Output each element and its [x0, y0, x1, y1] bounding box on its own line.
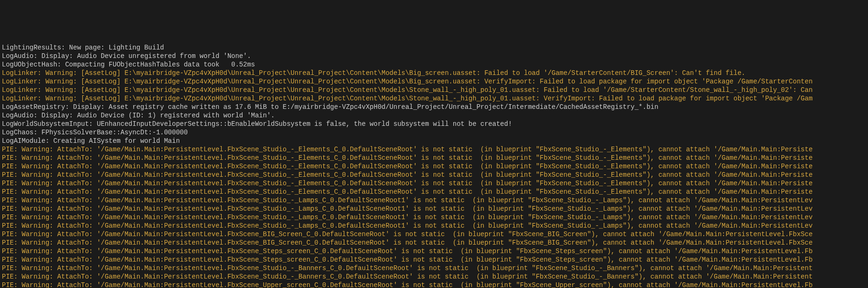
log-line: PIE: Warning: AttachTo: '/Game/Main.Main… — [2, 196, 866, 205]
log-line: LogAudio: Display: Audio Device unregist… — [2, 52, 866, 60]
log-line: PIE: Warning: AttachTo: '/Game/Main.Main… — [2, 281, 866, 288]
log-line: LogLinker: Warning: [AssetLog] E:\myairb… — [2, 77, 866, 86]
log-line: PIE: Warning: AttachTo: '/Game/Main.Main… — [2, 255, 866, 264]
log-line: LogAudio: Display: Audio Device (ID: 1) … — [2, 111, 866, 120]
log-line: LogChaos: FPhysicsSolverBase::AsyncDt:-1… — [2, 128, 866, 137]
log-line: LogWorldSubsystemInput: UEnhancedInputDe… — [2, 120, 866, 128]
log-line: PIE: Warning: AttachTo: '/Game/Main.Main… — [2, 230, 866, 239]
log-line: PIE: Warning: AttachTo: '/Game/Main.Main… — [2, 272, 866, 281]
log-line: PIE: Warning: AttachTo: '/Game/Main.Main… — [2, 179, 866, 188]
log-line: LightingResults: New page: Lighting Buil… — [2, 43, 866, 52]
log-line: PIE: Warning: AttachTo: '/Game/Main.Main… — [2, 162, 866, 171]
log-line: PIE: Warning: AttachTo: '/Game/Main.Main… — [2, 239, 866, 247]
log-line: PIE: Warning: AttachTo: '/Game/Main.Main… — [2, 188, 866, 196]
log-line: LogUObjectHash: Compacting FUObjectHashT… — [2, 60, 866, 69]
log-line: PIE: Warning: AttachTo: '/Game/Main.Main… — [2, 222, 866, 230]
log-line: LogLinker: Warning: [AssetLog] E:\myairb… — [2, 86, 866, 94]
log-line: LogAIModule: Creating AISystem for world… — [2, 137, 866, 145]
log-line: LogLinker: Warning: [AssetLog] E:\myairb… — [2, 94, 866, 103]
log-line: PIE: Warning: AttachTo: '/Game/Main.Main… — [2, 154, 866, 162]
log-line: LogLinker: Warning: [AssetLog] E:\myairb… — [2, 69, 866, 77]
log-line: LogAssetRegistry: Display: Asset registr… — [2, 103, 866, 111]
log-line: PIE: Warning: AttachTo: '/Game/Main.Main… — [2, 205, 866, 213]
log-line: PIE: Warning: AttachTo: '/Game/Main.Main… — [2, 145, 866, 154]
log-line: PIE: Warning: AttachTo: '/Game/Main.Main… — [2, 264, 866, 272]
log-line: PIE: Warning: AttachTo: '/Game/Main.Main… — [2, 247, 866, 255]
log-line: PIE: Warning: AttachTo: '/Game/Main.Main… — [2, 171, 866, 179]
output-log[interactable]: LightingResults: New page: Lighting Buil… — [0, 42, 868, 288]
log-line: PIE: Warning: AttachTo: '/Game/Main.Main… — [2, 213, 866, 222]
